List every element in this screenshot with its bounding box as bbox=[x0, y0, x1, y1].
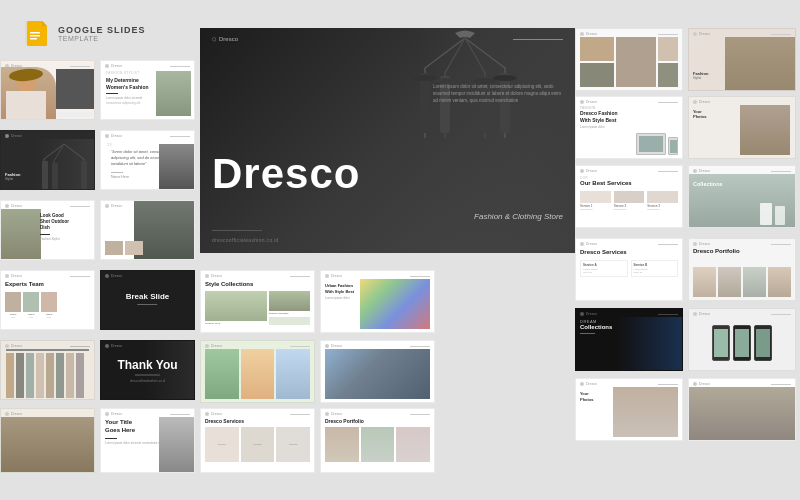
slide-line bbox=[771, 34, 791, 35]
portfolio-grid: Dresco Portfolio bbox=[325, 418, 430, 469]
slide-clothes-detail: Dresco bbox=[0, 408, 95, 473]
slide-header: Dresco bbox=[105, 274, 190, 278]
slide-small-text: Your Photos bbox=[693, 109, 707, 119]
branding-area: Google Slides Template bbox=[20, 18, 146, 48]
svg-rect-15 bbox=[81, 161, 87, 189]
hero-header: ⬡ Dresco bbox=[212, 36, 563, 42]
svg-rect-13 bbox=[42, 161, 48, 189]
svg-rect-14 bbox=[52, 163, 58, 189]
hero-description: Lorem ipsum dolor sit amet, consectetur … bbox=[433, 83, 563, 105]
slide-header: Dresco bbox=[580, 242, 678, 246]
slide-fashion-collage: Dresco Your Photos bbox=[688, 96, 796, 159]
slide-header: Dresco bbox=[105, 412, 190, 416]
photo-main bbox=[134, 201, 194, 259]
slide-fashion-rack: Dresco bbox=[0, 340, 95, 400]
portfolio-photos bbox=[693, 267, 791, 297]
slide-header: Dresco bbox=[5, 412, 90, 416]
slide-quote: Dresco " "lorem dolor sit amet, consecte… bbox=[100, 130, 195, 190]
devices-mockup bbox=[636, 133, 678, 155]
slide-right-fashion-2: Dresco bbox=[688, 378, 796, 441]
logo-dot bbox=[693, 32, 697, 36]
text-left: YourPhotos bbox=[580, 391, 594, 402]
slide-header: Dresco bbox=[5, 204, 90, 208]
slide-devices: Dresco Fashion Dresco FashionWith Style … bbox=[575, 96, 683, 159]
slide-header: Dresco bbox=[693, 32, 791, 36]
hangers-area bbox=[34, 139, 94, 189]
person-img bbox=[159, 144, 194, 189]
hero-slide: ⬡ Dresco Dresco Lorem ipsum dolor sit am… bbox=[200, 28, 575, 253]
logo-dot bbox=[580, 32, 584, 36]
svg-rect-5 bbox=[420, 73, 430, 133]
svg-point-12 bbox=[493, 75, 517, 81]
slide-header: Dresco bbox=[580, 169, 678, 173]
bottom-photo bbox=[159, 417, 194, 472]
style-content: Style Collections Tropical Style Regular… bbox=[205, 281, 310, 329]
slide-header: Dresco bbox=[693, 100, 791, 104]
hero-url: drescoofficialeashion.co.id bbox=[212, 237, 279, 243]
slide-header: Dresco bbox=[5, 134, 90, 138]
svg-rect-3 bbox=[30, 35, 40, 37]
slide-line bbox=[170, 66, 190, 67]
slide-header: Dresco bbox=[580, 32, 678, 36]
slide-text-right: Look GoodShot OutdoorDish Fashion Stylis… bbox=[40, 213, 90, 241]
svg-point-9 bbox=[413, 75, 437, 81]
mid-content: Dresco Services Service Service Service bbox=[205, 418, 310, 469]
slide-text: Fashion Dresco FashionWith Style Best Lo… bbox=[580, 106, 618, 129]
slide-header: Dresco bbox=[5, 344, 90, 348]
woman-photo bbox=[1, 67, 56, 119]
person-photo bbox=[725, 37, 795, 90]
slide-dark-swim: Dresco Dream Collections bbox=[575, 308, 683, 371]
slide-content: Fashion Stylist My DetermineWomen's Fash… bbox=[106, 71, 149, 105]
slide-header: Dresco bbox=[693, 169, 791, 173]
svg-rect-2 bbox=[30, 32, 40, 34]
slide-outdoor-fashion: Dresco bbox=[320, 340, 435, 403]
person-left-photo bbox=[1, 209, 41, 259]
dark-content: Dream Collections bbox=[580, 319, 612, 334]
collections-title: Dream Collections bbox=[693, 176, 723, 187]
slide-break: Dresco Break Slide bbox=[100, 270, 195, 330]
dresco-services-content: Dresco Services Service A Lorem ipsum do… bbox=[580, 249, 678, 277]
slide-dark-fashion: Dresco Fashion Stylist bbox=[0, 130, 95, 190]
slide-header: Dresco bbox=[580, 100, 678, 104]
slide-phone-mockups: Dresco bbox=[688, 308, 796, 371]
slide-line bbox=[70, 66, 90, 67]
slide-mid-fashion-2: Dresco Dresco Portfolio bbox=[320, 408, 435, 473]
slide-my-determine: Dresco Fashion Stylist My DetermineWomen… bbox=[100, 60, 195, 120]
slide-header: Dresco bbox=[580, 312, 678, 316]
slide-header: Dresco bbox=[5, 274, 90, 278]
slide-header: Dresco bbox=[205, 412, 310, 416]
hero-bottom-line-left bbox=[212, 230, 262, 231]
person-large bbox=[740, 105, 790, 155]
team-content: Experts Team Name Role Name Role Name Ro… bbox=[5, 281, 57, 318]
slide-services: Dresco Our Our Best Services Service 1 D… bbox=[575, 165, 683, 228]
clothes-rack bbox=[6, 349, 89, 394]
phone-mockup bbox=[760, 203, 785, 225]
slide-label-row bbox=[57, 112, 92, 117]
services-content: Our Our Best Services Service 1 Descript… bbox=[580, 176, 678, 211]
platform-name: Google Slides bbox=[58, 25, 146, 35]
people-photos bbox=[205, 349, 310, 399]
fashion-photo-main bbox=[613, 387, 678, 437]
slide-header: Dresco bbox=[580, 382, 678, 386]
slide-header: Dresco bbox=[693, 242, 791, 246]
photo-grid-content bbox=[580, 37, 678, 87]
hanger-svg bbox=[34, 139, 94, 189]
slide-header: Dresco bbox=[693, 382, 791, 386]
slide-style-collections: Dresco Style Collections Tropical Style … bbox=[200, 270, 315, 333]
branding-text: Google Slides Template bbox=[58, 25, 146, 42]
slide-header: Dresco bbox=[105, 134, 190, 138]
colorful-photo bbox=[360, 279, 430, 329]
hero-tagline: Fashion & Clothing Store bbox=[474, 212, 563, 221]
swim-photo-bg bbox=[617, 317, 682, 370]
slide-header: Dresco bbox=[325, 412, 430, 416]
small-imgs bbox=[105, 241, 143, 255]
slide-fashion-right: Dresco Fashion Stylist bbox=[688, 28, 796, 91]
platform-type: Template bbox=[58, 35, 146, 42]
slide-right-fashion-1: Dresco YourPhotos bbox=[575, 378, 683, 441]
slide-fashion-dark-2: Dresco bbox=[100, 200, 195, 260]
break-content: Break Slide bbox=[126, 292, 170, 308]
outdoor-photo bbox=[325, 349, 430, 399]
clothes-detail-photo bbox=[1, 417, 94, 472]
slide-mid-fashion-1: Dresco Dresco Services Service Service S… bbox=[200, 408, 315, 473]
slide-colorful-fashion: Dresco Urban FashionWith Style Best Lore… bbox=[320, 270, 435, 333]
